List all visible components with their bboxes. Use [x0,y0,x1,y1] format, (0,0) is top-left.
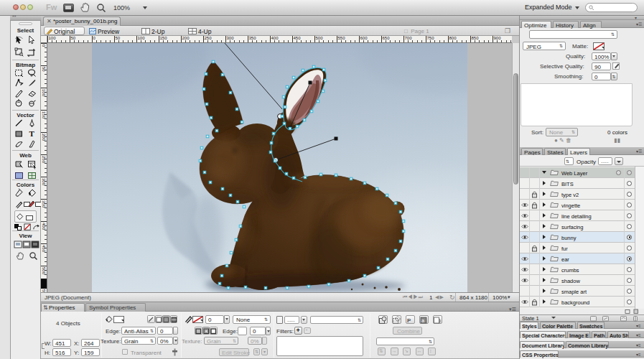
svg-text:P: P [407,317,411,324]
svg-text:T: T [29,129,35,138]
svg-text:a: a [421,318,424,323]
